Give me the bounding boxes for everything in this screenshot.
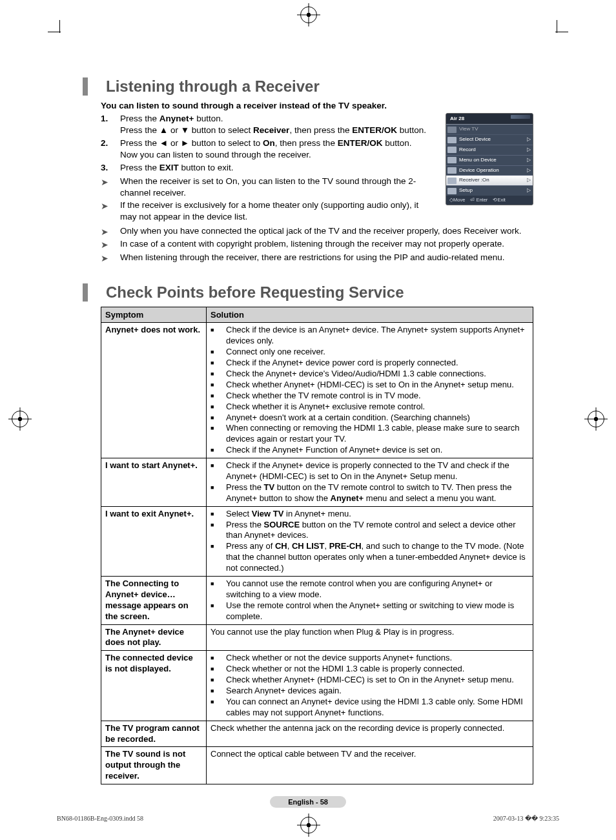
osd-row-icon bbox=[447, 127, 457, 133]
osd-row-label: Receiver :On bbox=[459, 177, 526, 184]
heading-listening: Listening through a Receiver bbox=[83, 77, 533, 96]
note-item: ➤If the receiver is exclusively for a ho… bbox=[101, 200, 436, 223]
footer-date: 2007-03-13 �� 9:23:35 bbox=[493, 815, 559, 822]
solution-item: ■Check whether it is Anynet+ exclusive r… bbox=[210, 402, 529, 413]
solution-item: ■Check the Anynet+ device's Video/Audio/… bbox=[210, 369, 529, 380]
heading-checkpoints: Check Points before Requesting Service bbox=[83, 283, 533, 302]
table-row: Anynet+ does not work.■Check if the devi… bbox=[101, 323, 533, 458]
solution-item: ■Anynet+ doesn't work at a certain condi… bbox=[210, 413, 529, 424]
solution-item: ■You can connect an Anynet+ device using… bbox=[210, 697, 529, 719]
solution-cell: Check whether the antenna jack on the re… bbox=[207, 721, 533, 747]
solution-item: ■Press the SOURCE button on the TV remot… bbox=[210, 520, 529, 542]
symptom-cell: The Anynet+ device does not play. bbox=[101, 624, 207, 651]
note-item: ➤When the receiver is set to On, you can… bbox=[101, 176, 436, 199]
osd-row[interactable]: Setup▷ bbox=[446, 186, 533, 196]
solution-cell: You cannot use the play function when Pl… bbox=[207, 624, 533, 651]
step-item: 2.Press the ◄ or ► button to select to O… bbox=[101, 138, 436, 161]
table-row: The Anynet+ device does not play.You can… bbox=[101, 624, 533, 651]
solution-item: ■Check whether or not the device support… bbox=[210, 653, 529, 664]
osd-row[interactable]: Receiver :On▷ bbox=[446, 176, 533, 186]
osd-row-label: Record bbox=[459, 147, 526, 154]
osd-row-label: View TV bbox=[459, 126, 526, 133]
osd-row-icon bbox=[447, 178, 457, 184]
symptom-cell: The Connecting to Anynet+ device… messag… bbox=[101, 576, 207, 624]
solution-item: ■Check if the Anynet+ device is properly… bbox=[210, 460, 529, 482]
print-footer: BN68-01186B-Eng-0309.indd 58 2007-03-13 … bbox=[57, 815, 559, 822]
osd-row-icon bbox=[447, 167, 457, 174]
solution-cell: ■Check if the device is an Anynet+ devic… bbox=[207, 323, 533, 458]
table-row: I want to start Anynet+.■Check if the An… bbox=[101, 458, 533, 507]
table-row: The TV program cannot be recorded.Check … bbox=[101, 721, 533, 747]
chevron-right-icon: ▷ bbox=[526, 187, 531, 194]
symptom-cell: The TV sound is not output through the r… bbox=[101, 747, 207, 784]
osd-row-icon bbox=[447, 188, 457, 194]
chevron-right-icon: ▷ bbox=[526, 147, 531, 154]
table-row: I want to exit Anynet+.■Select View TV i… bbox=[101, 506, 533, 576]
solution-cell: ■You cannot use the remote control when … bbox=[207, 576, 533, 624]
th-symptom: Symptom bbox=[101, 307, 207, 323]
solution-item: ■Check if the device is an Anynet+ devic… bbox=[210, 325, 529, 347]
solution-cell: ■Check if the Anynet+ device is properly… bbox=[207, 458, 533, 507]
note-item: ➤Only when you have connected the optica… bbox=[101, 225, 533, 238]
troubleshoot-table: Symptom Solution Anynet+ does not work.■… bbox=[101, 307, 533, 784]
osd-row[interactable]: Select Device▷ bbox=[446, 135, 533, 145]
osd-menu: Air 28 View TVSelect Device▷Record▷Menu … bbox=[446, 113, 533, 206]
symptom-cell: I want to exit Anynet+. bbox=[101, 506, 207, 576]
register-mark-top bbox=[300, 6, 317, 23]
solution-cell: Connect the optical cable between TV and… bbox=[207, 747, 533, 784]
solution-item: ■Check whether the TV remote control is … bbox=[210, 391, 529, 402]
solution-item: ■Check if the Anynet+ device power cord … bbox=[210, 358, 529, 369]
osd-row[interactable]: View TV bbox=[446, 125, 533, 135]
table-row: The Connecting to Anynet+ device… messag… bbox=[101, 576, 533, 624]
osd-row-label: Menu on Device bbox=[459, 157, 526, 164]
solution-item: ■Connect only one receiver. bbox=[210, 347, 529, 358]
intro-text: You can listen to sound through a receiv… bbox=[83, 101, 533, 110]
note-item: ➤In case of a content with copyright pro… bbox=[101, 238, 533, 251]
table-row: The TV sound is not output through the r… bbox=[101, 747, 533, 784]
osd-row[interactable]: Menu on Device▷ bbox=[446, 156, 533, 166]
chevron-right-icon: ▷ bbox=[526, 167, 531, 174]
symptom-cell: I want to start Anynet+. bbox=[101, 458, 207, 507]
notes-list-wide: ➤Only when you have connected the optica… bbox=[101, 225, 533, 265]
osd-row-icon bbox=[447, 137, 457, 143]
chevron-right-icon: ▷ bbox=[526, 177, 531, 184]
solution-item: ■Select View TV in Anynet+ menu. bbox=[210, 509, 529, 520]
symptom-cell: Anynet+ does not work. bbox=[101, 323, 207, 458]
table-row: The connected device is not displayed.■C… bbox=[101, 651, 533, 721]
osd-row-label: Select Device bbox=[459, 136, 526, 143]
step-item: 1.Press the Anynet+ button.Press the ▲ o… bbox=[101, 113, 436, 136]
chevron-right-icon: ▷ bbox=[526, 157, 531, 164]
osd-row-icon bbox=[447, 157, 457, 163]
osd-row[interactable]: Record▷ bbox=[446, 145, 533, 156]
solution-item: ■Check whether or not the HDMI 1.3 cable… bbox=[210, 664, 529, 675]
steps-list: 1.Press the Anynet+ button.Press the ▲ o… bbox=[101, 113, 436, 174]
solution-item: ■Press any of CH, CH LIST, PRE-CH, and s… bbox=[210, 541, 529, 574]
osd-title: Air 28 bbox=[446, 114, 533, 125]
osd-row-label: Setup bbox=[459, 187, 526, 194]
osd-row-label: Device Operation bbox=[459, 167, 526, 174]
osd-footer: ◇Move ⏎ Enter ⟲Exit bbox=[446, 196, 533, 205]
solution-item: ■Use the remote control when the Anynet+… bbox=[210, 600, 529, 622]
symptom-cell: The TV program cannot be recorded. bbox=[101, 721, 207, 747]
footer-file: BN68-01186B-Eng-0309.indd 58 bbox=[57, 815, 143, 822]
solution-item: ■Press the TV button on the TV remote co… bbox=[210, 482, 529, 504]
osd-row-icon bbox=[447, 147, 457, 153]
symptom-cell: The connected device is not displayed. bbox=[101, 651, 207, 721]
solution-cell: ■Select View TV in Anynet+ menu.■Press t… bbox=[207, 506, 533, 576]
register-mark-right bbox=[588, 411, 604, 427]
register-mark-left bbox=[12, 411, 28, 427]
step-item: 3.Press the EXIT button to exit. bbox=[101, 162, 436, 174]
notes-list: ➤When the receiver is set to On, you can… bbox=[101, 176, 436, 223]
chevron-right-icon: ▷ bbox=[526, 136, 531, 143]
solution-cell: ■Check whether or not the device support… bbox=[207, 651, 533, 721]
osd-row[interactable]: Device Operation▷ bbox=[446, 166, 533, 176]
solution-item: ■Check if the Anynet+ Function of Anynet… bbox=[210, 445, 529, 456]
solution-item: ■When connecting or removing the HDMI 1.… bbox=[210, 423, 529, 445]
page-number-badge: English - 58 bbox=[270, 796, 346, 808]
th-solution: Solution bbox=[207, 307, 533, 323]
note-item: ➤When listening through the receiver, th… bbox=[101, 252, 533, 265]
solution-item: ■Check whether Anynet+ (HDMI-CEC) is set… bbox=[210, 380, 529, 391]
solution-item: ■Check whether Anynet+ (HDMI-CEC) is set… bbox=[210, 675, 529, 686]
solution-item: ■You cannot use the remote control when … bbox=[210, 579, 529, 600]
solution-item: ■Search Anynet+ devices again. bbox=[210, 686, 529, 697]
